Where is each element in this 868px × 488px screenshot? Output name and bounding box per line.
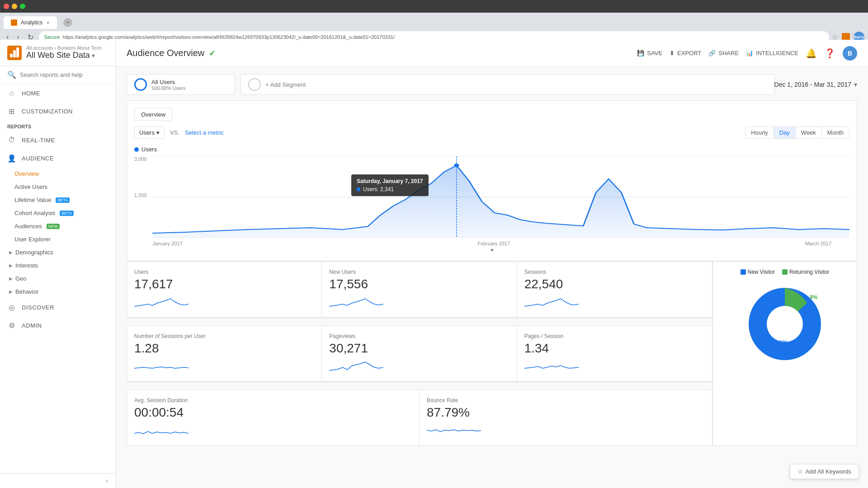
breadcrumb: All accounts › Bonkers About Tech (26, 45, 102, 51)
notifications-icon[interactable]: 🔔 (806, 48, 817, 59)
admin-label: ADMIN (22, 322, 42, 329)
add-segment-button[interactable]: + Add Segment (241, 74, 774, 95)
save-icon: 💾 (637, 50, 644, 56)
metric-users-label: Users (134, 269, 314, 275)
sidebar-header: All accounts › Bonkers About Tech All We… (0, 40, 115, 66)
user-avatar[interactable]: B (843, 46, 857, 61)
metrics-grid-row3: Avg. Session Duration 00:00:54 Bounce Ra… (127, 389, 712, 446)
sidebar-subitem-geo[interactable]: ▶ Geo (0, 272, 115, 285)
pie-returning-pct: 9% (810, 294, 818, 300)
segment-percent: 100.00% Users (151, 85, 185, 91)
sidebar-item-discover[interactable]: ◎ DISCOVER (0, 298, 115, 316)
geo-label: Geo (15, 275, 27, 282)
sidebar-search: 🔍 (0, 66, 115, 84)
property-selector[interactable]: All Web Site Data ▾ (26, 51, 102, 60)
cohort-analysis-beta-badge: BETA (60, 211, 74, 216)
search-input[interactable] (20, 71, 108, 78)
date-range-picker[interactable]: Dec 1, 2016 - Mar 31, 2017 ▾ (774, 81, 857, 88)
home-label: HOME (22, 90, 40, 97)
add-segment-label: + Add Segment (265, 81, 306, 88)
share-button[interactable]: 🔗 SHARE (708, 50, 739, 56)
vs-label: VS. (170, 129, 179, 136)
metric-new-users-value: 17,556 (329, 277, 509, 291)
sidebar-subitem-interests[interactable]: ▶ Interests (0, 259, 115, 272)
save-button[interactable]: 💾 SAVE (637, 50, 662, 56)
sidebar-subitem-user-explorer[interactable]: User Explorer (0, 233, 115, 246)
metric-selector: Users ▾ VS. Select a metric (134, 127, 224, 139)
sidebar-subitem-cohort-analysis[interactable]: Cohort Analysis BETA (0, 206, 115, 220)
tab-close-icon[interactable]: ✕ (46, 20, 50, 25)
sidebar-item-customization[interactable]: ⊞ CUSTOMIZATION (0, 102, 115, 120)
chart-area-fill (152, 165, 849, 238)
sidebar-subitem-lifetime-value[interactable]: Lifetime Value BETA (0, 193, 115, 206)
help-icon[interactable]: ❓ (824, 48, 835, 59)
collapse-icon: ‹ (106, 477, 108, 484)
property-caret-icon: ▾ (92, 52, 95, 59)
demographics-label: Demographics (15, 249, 53, 256)
select-metric-link[interactable]: Select a metric (185, 129, 224, 136)
close-btn[interactable] (4, 4, 9, 9)
new-visitor-legend: New Visitor (741, 269, 775, 275)
returning-visitor-legend: Returning Visitor (782, 269, 830, 275)
minimize-btn[interactable] (12, 4, 17, 9)
new-tab-button[interactable]: + (57, 16, 77, 29)
metric-pages-per-session-label: Pages / Session (524, 333, 705, 339)
sidebar-item-admin[interactable]: ⚙ ADMIN (0, 316, 115, 334)
intelligence-button[interactable]: 📊 INTELLIGENCE (746, 50, 798, 56)
day-btn[interactable]: Day (774, 127, 796, 138)
chart-scroll-arrow[interactable]: ▾ (134, 246, 849, 253)
sidebar-subitem-active-users[interactable]: Active Users (0, 180, 115, 193)
chart-controls: Users ▾ VS. Select a metric Hourly Day W… (134, 127, 849, 139)
metric-avg-session-duration: Avg. Session Duration 00:00:54 (127, 390, 420, 446)
sidebar-subitem-audiences[interactable]: Audiences NEW (0, 220, 115, 233)
metric-dropdown-caret: ▾ (156, 129, 160, 136)
metric-pageviews-label: Pageviews (329, 333, 509, 339)
month-btn[interactable]: Month (822, 127, 849, 138)
maximize-btn[interactable] (20, 4, 25, 9)
tab-overview[interactable]: Overview (134, 108, 172, 121)
hourly-btn[interactable]: Hourly (745, 127, 774, 138)
metric-new-users-sparkline (329, 295, 383, 309)
sidebar-item-audience[interactable]: 👤 AUDIENCE (0, 149, 115, 167)
all-users-segment[interactable]: All Users 100.00% Users (127, 74, 235, 95)
intelligence-icon: 📊 (746, 50, 753, 56)
sidebar-item-home[interactable]: ⌂ HOME (0, 84, 115, 102)
new-visitor-color (741, 269, 746, 275)
chart-legend: Users (134, 146, 849, 153)
week-btn[interactable]: Week (796, 127, 822, 138)
sidebar-collapse-btn[interactable]: ‹ (0, 473, 115, 488)
export-button[interactable]: ⬆ EXPORT (670, 50, 701, 56)
admin-icon: ⚙ (7, 321, 16, 330)
x-label-feb: February 2017 (478, 241, 510, 246)
metric-dropdown[interactable]: Users ▾ (134, 127, 165, 139)
add-segment-dot (248, 78, 261, 91)
metric-sessions: Sessions 22,540 (517, 262, 712, 318)
metrics-section: Users 17,617 New Users 17,556 (127, 261, 712, 446)
date-range-text: Dec 1, 2016 - Mar 31, 2017 (774, 81, 851, 88)
sidebar-subitem-demographics[interactable]: ▶ Demographics (0, 246, 115, 259)
metrics-grid-row2: Number of Sessions per User 1.28 Pagevie… (127, 325, 712, 382)
reports-label: Reports (0, 120, 115, 131)
sidebar-item-realtime[interactable]: ⏱ REAL-TIME (0, 131, 115, 149)
metric-bounce-rate-label: Bounce Rate (427, 397, 705, 404)
chart-wrapper: 3,000 1,500 (134, 156, 849, 253)
metric-pageviews-value: 30,271 (329, 341, 509, 356)
customization-label: CUSTOMIZATION (22, 108, 73, 115)
behavior-expand-icon: ▶ (9, 289, 13, 294)
sidebar-subitem-behavior[interactable]: ▶ Behavior (0, 285, 115, 298)
interests-label: Interests (15, 262, 38, 269)
x-label-jan: January 2017 (152, 241, 183, 246)
add-keywords-button[interactable]: ☆ Add All Keywords (790, 464, 859, 479)
active-tab[interactable]: Analytics ✕ (4, 16, 57, 29)
metric-sessions-value: 22,540 (524, 277, 705, 291)
tab-favicon (11, 19, 17, 26)
sidebar-subitem-overview[interactable]: Overview (0, 167, 115, 180)
metric-avg-duration-value: 00:00:54 (134, 405, 412, 420)
pie-chart-svg: 9% 91% (740, 279, 830, 369)
metric-pages-per-session-sparkline (524, 359, 579, 373)
interests-expand-icon: ▶ (9, 263, 13, 268)
segment-row: All Users 100.00% Users + Add Segment (127, 74, 774, 95)
main-header: Audience Overview ✔ 💾 SAVE ⬆ EXPORT 🔗 SH… (116, 40, 868, 67)
discover-icon: ◎ (7, 303, 16, 312)
segment-name: All Users (151, 79, 185, 85)
